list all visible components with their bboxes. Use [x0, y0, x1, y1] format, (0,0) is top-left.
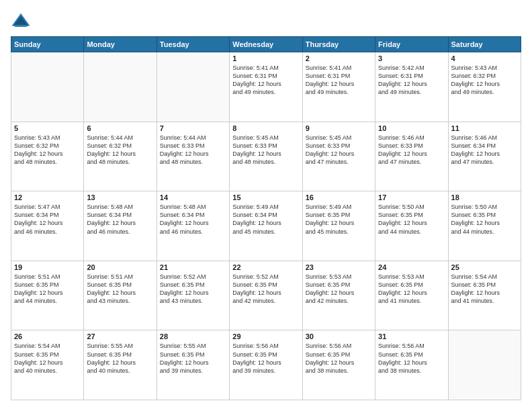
- calendar-cell: [11, 52, 84, 122]
- day-info: Sunrise: 5:43 AM Sunset: 6:32 PM Dayligh…: [14, 134, 81, 167]
- day-info: Sunrise: 5:44 AM Sunset: 6:33 PM Dayligh…: [160, 134, 226, 167]
- day-info: Sunrise: 5:53 AM Sunset: 6:35 PM Dayligh…: [306, 273, 372, 306]
- calendar-week-row: 1Sunrise: 5:41 AM Sunset: 6:31 PM Daylig…: [11, 52, 521, 122]
- day-info: Sunrise: 5:42 AM Sunset: 6:31 PM Dayligh…: [378, 64, 445, 97]
- calendar-cell: [84, 52, 157, 122]
- header: [11, 11, 521, 31]
- calendar-cell: 25Sunrise: 5:54 AM Sunset: 6:35 PM Dayli…: [448, 261, 521, 330]
- day-number: 31: [378, 332, 445, 340]
- day-number: 4: [451, 54, 518, 62]
- day-number: 20: [87, 263, 153, 271]
- day-number: 24: [378, 263, 445, 271]
- calendar-cell: 23Sunrise: 5:53 AM Sunset: 6:35 PM Dayli…: [302, 261, 375, 330]
- day-info: Sunrise: 5:43 AM Sunset: 6:32 PM Dayligh…: [451, 64, 518, 97]
- day-number: 6: [87, 124, 153, 132]
- day-number: 23: [306, 263, 372, 271]
- day-number: 18: [451, 193, 518, 201]
- day-number: 13: [87, 193, 153, 201]
- day-info: Sunrise: 5:44 AM Sunset: 6:32 PM Dayligh…: [87, 134, 153, 167]
- calendar-cell: 1Sunrise: 5:41 AM Sunset: 6:31 PM Daylig…: [230, 52, 302, 122]
- calendar-cell: 28Sunrise: 5:55 AM Sunset: 6:35 PM Dayli…: [157, 330, 229, 400]
- calendar-week-row: 19Sunrise: 5:51 AM Sunset: 6:35 PM Dayli…: [11, 261, 521, 330]
- calendar-cell: 18Sunrise: 5:50 AM Sunset: 6:35 PM Dayli…: [448, 191, 521, 261]
- calendar-header-row: SundayMondayTuesdayWednesdayThursdayFrid…: [11, 37, 521, 52]
- calendar-cell: 13Sunrise: 5:48 AM Sunset: 6:34 PM Dayli…: [84, 191, 157, 261]
- calendar-cell: 8Sunrise: 5:45 AM Sunset: 6:33 PM Daylig…: [230, 122, 302, 191]
- calendar-cell: 9Sunrise: 5:45 AM Sunset: 6:33 PM Daylig…: [302, 122, 375, 191]
- day-number: 16: [306, 193, 372, 201]
- day-info: Sunrise: 5:50 AM Sunset: 6:35 PM Dayligh…: [451, 203, 518, 236]
- day-info: Sunrise: 5:46 AM Sunset: 6:33 PM Dayligh…: [378, 134, 445, 167]
- svg-rect-2: [15, 25, 27, 27]
- weekday-header-saturday: Saturday: [448, 37, 521, 52]
- calendar-cell: 27Sunrise: 5:55 AM Sunset: 6:35 PM Dayli…: [84, 330, 157, 400]
- day-number: 17: [378, 193, 445, 201]
- calendar-cell: 5Sunrise: 5:43 AM Sunset: 6:32 PM Daylig…: [11, 122, 84, 191]
- page: SundayMondayTuesdayWednesdayThursdayFrid…: [0, 0, 532, 411]
- weekday-header-monday: Monday: [84, 37, 157, 52]
- calendar-week-row: 5Sunrise: 5:43 AM Sunset: 6:32 PM Daylig…: [11, 122, 521, 191]
- day-info: Sunrise: 5:49 AM Sunset: 6:35 PM Dayligh…: [306, 203, 372, 236]
- day-number: 1: [232, 54, 299, 62]
- calendar-cell: 4Sunrise: 5:43 AM Sunset: 6:32 PM Daylig…: [448, 52, 521, 122]
- calendar-cell: 15Sunrise: 5:49 AM Sunset: 6:34 PM Dayli…: [230, 191, 302, 261]
- day-info: Sunrise: 5:51 AM Sunset: 6:35 PM Dayligh…: [87, 273, 153, 306]
- day-number: 25: [451, 263, 518, 271]
- day-info: Sunrise: 5:41 AM Sunset: 6:31 PM Dayligh…: [306, 64, 372, 97]
- calendar-cell: 16Sunrise: 5:49 AM Sunset: 6:35 PM Dayli…: [302, 191, 375, 261]
- day-info: Sunrise: 5:52 AM Sunset: 6:35 PM Dayligh…: [160, 273, 226, 306]
- calendar-cell: [157, 52, 229, 122]
- calendar-cell: 31Sunrise: 5:56 AM Sunset: 6:35 PM Dayli…: [375, 330, 448, 400]
- calendar-cell: 22Sunrise: 5:52 AM Sunset: 6:35 PM Dayli…: [230, 261, 302, 330]
- day-info: Sunrise: 5:54 AM Sunset: 6:35 PM Dayligh…: [14, 342, 81, 375]
- weekday-header-tuesday: Tuesday: [157, 37, 229, 52]
- day-info: Sunrise: 5:46 AM Sunset: 6:34 PM Dayligh…: [451, 134, 518, 167]
- calendar-cell: 2Sunrise: 5:41 AM Sunset: 6:31 PM Daylig…: [302, 52, 375, 122]
- day-number: 3: [378, 54, 445, 62]
- day-number: 22: [232, 263, 299, 271]
- day-info: Sunrise: 5:47 AM Sunset: 6:34 PM Dayligh…: [14, 203, 81, 236]
- day-number: 26: [14, 332, 81, 340]
- day-info: Sunrise: 5:51 AM Sunset: 6:35 PM Dayligh…: [14, 273, 81, 306]
- calendar-cell: 7Sunrise: 5:44 AM Sunset: 6:33 PM Daylig…: [157, 122, 229, 191]
- day-number: 19: [14, 263, 81, 271]
- logo: [11, 11, 34, 31]
- day-number: 7: [160, 124, 226, 132]
- calendar-cell: 3Sunrise: 5:42 AM Sunset: 6:31 PM Daylig…: [375, 52, 448, 122]
- weekday-header-sunday: Sunday: [11, 37, 84, 52]
- calendar-cell: 24Sunrise: 5:53 AM Sunset: 6:35 PM Dayli…: [375, 261, 448, 330]
- day-info: Sunrise: 5:48 AM Sunset: 6:34 PM Dayligh…: [87, 203, 153, 236]
- day-info: Sunrise: 5:49 AM Sunset: 6:34 PM Dayligh…: [232, 203, 299, 236]
- calendar-cell: 20Sunrise: 5:51 AM Sunset: 6:35 PM Dayli…: [84, 261, 157, 330]
- calendar-cell: 12Sunrise: 5:47 AM Sunset: 6:34 PM Dayli…: [11, 191, 84, 261]
- logo-icon: [11, 11, 31, 31]
- calendar-cell: 19Sunrise: 5:51 AM Sunset: 6:35 PM Dayli…: [11, 261, 84, 330]
- day-number: 15: [232, 193, 299, 201]
- day-info: Sunrise: 5:45 AM Sunset: 6:33 PM Dayligh…: [306, 134, 372, 167]
- day-info: Sunrise: 5:41 AM Sunset: 6:31 PM Dayligh…: [232, 64, 299, 97]
- calendar-cell: 30Sunrise: 5:56 AM Sunset: 6:35 PM Dayli…: [302, 330, 375, 400]
- day-number: 5: [14, 124, 81, 132]
- day-info: Sunrise: 5:45 AM Sunset: 6:33 PM Dayligh…: [232, 134, 299, 167]
- day-info: Sunrise: 5:54 AM Sunset: 6:35 PM Dayligh…: [451, 273, 518, 306]
- calendar-cell: 10Sunrise: 5:46 AM Sunset: 6:33 PM Dayli…: [375, 122, 448, 191]
- day-number: 29: [232, 332, 299, 340]
- day-info: Sunrise: 5:48 AM Sunset: 6:34 PM Dayligh…: [160, 203, 226, 236]
- day-number: 14: [160, 193, 226, 201]
- weekday-header-thursday: Thursday: [302, 37, 375, 52]
- calendar-week-row: 12Sunrise: 5:47 AM Sunset: 6:34 PM Dayli…: [11, 191, 521, 261]
- calendar-cell: 21Sunrise: 5:52 AM Sunset: 6:35 PM Dayli…: [157, 261, 229, 330]
- day-info: Sunrise: 5:52 AM Sunset: 6:35 PM Dayligh…: [232, 273, 299, 306]
- day-number: 28: [160, 332, 226, 340]
- day-info: Sunrise: 5:56 AM Sunset: 6:35 PM Dayligh…: [306, 342, 372, 375]
- weekday-header-friday: Friday: [375, 37, 448, 52]
- day-info: Sunrise: 5:56 AM Sunset: 6:35 PM Dayligh…: [232, 342, 299, 375]
- day-number: 21: [160, 263, 226, 271]
- calendar-cell: 6Sunrise: 5:44 AM Sunset: 6:32 PM Daylig…: [84, 122, 157, 191]
- day-number: 11: [451, 124, 518, 132]
- calendar-week-row: 26Sunrise: 5:54 AM Sunset: 6:35 PM Dayli…: [11, 330, 521, 400]
- day-number: 27: [87, 332, 153, 340]
- day-info: Sunrise: 5:50 AM Sunset: 6:35 PM Dayligh…: [378, 203, 445, 236]
- day-number: 8: [232, 124, 299, 132]
- day-info: Sunrise: 5:53 AM Sunset: 6:35 PM Dayligh…: [378, 273, 445, 306]
